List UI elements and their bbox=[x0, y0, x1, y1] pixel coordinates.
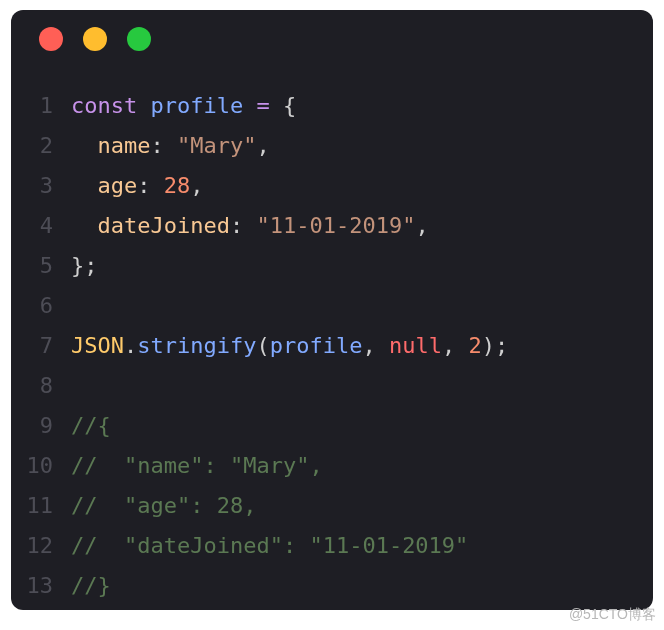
code-line: 3 age: 28, bbox=[11, 166, 653, 206]
line-number: 11 bbox=[11, 486, 71, 526]
code-content: // "age": 28, bbox=[71, 486, 256, 526]
token-punct: , bbox=[256, 126, 269, 166]
token-fn: stringify bbox=[137, 326, 256, 366]
line-number: 3 bbox=[11, 166, 71, 206]
token-comment: // "name": "Mary", bbox=[71, 446, 323, 486]
token-punct: . bbox=[124, 326, 137, 366]
token-null: null bbox=[389, 326, 442, 366]
close-icon[interactable] bbox=[39, 27, 63, 51]
code-content: }; bbox=[71, 246, 98, 286]
line-number: 10 bbox=[11, 446, 71, 486]
code-content: name: "Mary", bbox=[71, 126, 270, 166]
token-punct: , bbox=[442, 326, 469, 366]
token-punct: : bbox=[230, 206, 257, 246]
token-comment: //{ bbox=[71, 406, 111, 446]
token-punct: : bbox=[150, 126, 177, 166]
code-content: // "dateJoined": "11-01-2019" bbox=[71, 526, 468, 566]
token-var: profile bbox=[270, 326, 363, 366]
token-punct: , bbox=[415, 206, 428, 246]
token-num: 2 bbox=[468, 326, 481, 366]
token-punct: , bbox=[190, 166, 203, 206]
token-str: "11-01-2019" bbox=[256, 206, 415, 246]
line-number: 5 bbox=[11, 246, 71, 286]
token-comment: // "age": 28, bbox=[71, 486, 256, 526]
token-punct: , bbox=[362, 326, 389, 366]
code-window: 1const profile = {2 name: "Mary",3 age: … bbox=[11, 10, 653, 610]
code-content: const profile = { bbox=[71, 86, 296, 126]
token-punct bbox=[71, 126, 98, 166]
token-prop: name bbox=[98, 126, 151, 166]
code-line: 13//} bbox=[11, 566, 653, 606]
token-comment: // "dateJoined": "11-01-2019" bbox=[71, 526, 468, 566]
token-kw: = bbox=[256, 86, 269, 126]
token-var: profile bbox=[150, 86, 243, 126]
code-content: //{ bbox=[71, 406, 111, 446]
code-line: 8 bbox=[11, 366, 653, 406]
token-kw: const bbox=[71, 86, 150, 126]
token-punct: ); bbox=[482, 326, 509, 366]
token-punct bbox=[243, 86, 256, 126]
line-number: 9 bbox=[11, 406, 71, 446]
code-content: //} bbox=[71, 566, 111, 606]
token-str: "Mary" bbox=[177, 126, 256, 166]
code-line: 6 bbox=[11, 286, 653, 326]
line-number: 12 bbox=[11, 526, 71, 566]
code-content: // "name": "Mary", bbox=[71, 446, 323, 486]
code-editor: 1const profile = {2 name: "Mary",3 age: … bbox=[11, 68, 653, 606]
token-num: 28 bbox=[164, 166, 191, 206]
line-number: 6 bbox=[11, 286, 71, 326]
code-line: 2 name: "Mary", bbox=[11, 126, 653, 166]
maximize-icon[interactable] bbox=[127, 27, 151, 51]
token-comment: //} bbox=[71, 566, 111, 606]
code-line: 11// "age": 28, bbox=[11, 486, 653, 526]
code-content: age: 28, bbox=[71, 166, 204, 206]
token-punct: { bbox=[283, 86, 296, 126]
code-line: 1const profile = { bbox=[11, 86, 653, 126]
code-content: JSON.stringify(profile, null, 2); bbox=[71, 326, 508, 366]
line-number: 1 bbox=[11, 86, 71, 126]
line-number: 13 bbox=[11, 566, 71, 606]
code-line: 4 dateJoined: "11-01-2019", bbox=[11, 206, 653, 246]
code-content: dateJoined: "11-01-2019", bbox=[71, 206, 429, 246]
code-line: 12// "dateJoined": "11-01-2019" bbox=[11, 526, 653, 566]
line-number: 8 bbox=[11, 366, 71, 406]
token-punct: }; bbox=[71, 246, 98, 286]
token-punct bbox=[71, 206, 98, 246]
code-line: 7JSON.stringify(profile, null, 2); bbox=[11, 326, 653, 366]
token-prop: age bbox=[98, 166, 138, 206]
token-punct: ( bbox=[256, 326, 269, 366]
code-line: 5}; bbox=[11, 246, 653, 286]
token-prop: dateJoined bbox=[98, 206, 230, 246]
code-line: 10// "name": "Mary", bbox=[11, 446, 653, 486]
minimize-icon[interactable] bbox=[83, 27, 107, 51]
token-punct bbox=[270, 86, 283, 126]
code-line: 9//{ bbox=[11, 406, 653, 446]
line-number: 7 bbox=[11, 326, 71, 366]
window-title-bar bbox=[11, 10, 653, 68]
watermark: @51CTO博客 bbox=[569, 606, 656, 624]
line-number: 4 bbox=[11, 206, 71, 246]
line-number: 2 bbox=[11, 126, 71, 166]
token-punct: : bbox=[137, 166, 164, 206]
token-punct bbox=[71, 166, 98, 206]
token-type: JSON bbox=[71, 326, 124, 366]
